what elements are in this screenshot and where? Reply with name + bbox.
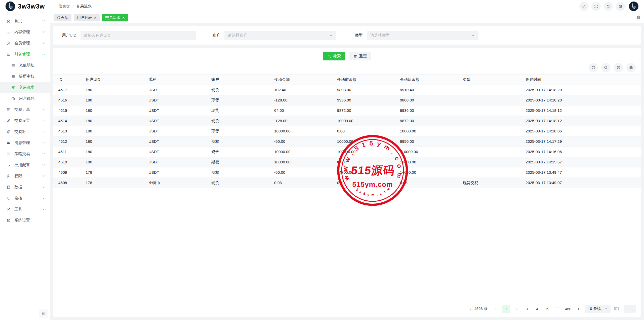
refresh-icon — [591, 65, 595, 70]
bars-icon — [7, 152, 11, 156]
column-header: 用户UID — [86, 75, 148, 85]
table-row[interactable]: 4608178比特币现货0.030.000.03现货交易2025-03-17 1… — [53, 178, 641, 188]
table-toolbar — [53, 60, 641, 74]
column-header: 账户 — [211, 75, 274, 85]
sidebar-item-strategy-trade[interactable]: 策略交易 — [0, 148, 50, 159]
chevron-down-icon — [471, 34, 475, 37]
prev-page-button[interactable]: ‹ — [492, 305, 500, 313]
app-title: 3w3w3w — [18, 3, 45, 10]
table-refresh-button[interactable] — [589, 63, 598, 72]
sidebar-item-trade-settings[interactable]: 交易设置 — [0, 115, 50, 126]
gear-button[interactable] — [616, 2, 625, 11]
breadcrumb-separator: / — [73, 4, 74, 9]
transactions-table: ID用户UID币种账户变动金额变动前余额变动后余额类型创建时间 4617180U… — [53, 74, 641, 188]
table-search-button[interactable] — [601, 63, 611, 72]
sidebar-item-user-wallet[interactable]: 用户钱包 — [0, 93, 50, 104]
sidebar-item-home[interactable]: 首页 — [0, 15, 50, 26]
table-row[interactable]: 4611180USDT资金10000.00100000.00110000.002… — [53, 147, 641, 157]
close-icon[interactable]: × — [122, 16, 125, 20]
tab-user-list[interactable]: 用户列表× — [74, 14, 100, 21]
chevron-down-icon — [42, 30, 45, 34]
page-size-select[interactable]: 10 条/页 — [585, 305, 611, 313]
column-header: ID — [53, 75, 86, 85]
tab-layout-button[interactable] — [636, 16, 640, 20]
sidebar-item-withdraw-audit[interactable]: 提币审核 — [0, 71, 50, 82]
trash-icon — [353, 54, 357, 58]
sidebar-item-finance-mgmt[interactable]: 财务管理 — [0, 49, 50, 60]
lines-icon — [11, 74, 15, 79]
page-button-460[interactable]: 460 — [564, 305, 572, 313]
uid-input[interactable] — [80, 31, 196, 40]
app-logo-icon — [6, 2, 15, 11]
sidebar-item-trade-orders[interactable]: 交易订单 — [0, 104, 50, 115]
page-button-4[interactable]: 4 — [533, 305, 541, 313]
logo-area[interactable]: 3w3w3w — [6, 2, 50, 11]
goto-label: 前往 — [614, 306, 621, 311]
table-row[interactable]: 4614180USDT现货-128.0010000.009872.002025-… — [53, 116, 641, 126]
table-row[interactable]: 4616180USDT现货-128.009936.009808.002025-0… — [53, 95, 641, 105]
chevron-down-icon — [604, 307, 608, 310]
table-row[interactable]: 4612180USDT期权-50.0010000.009950.002025-0… — [53, 136, 641, 147]
printer-icon — [616, 65, 621, 70]
grid-icon — [636, 16, 640, 20]
sidebar-item-content-mgmt[interactable]: 内容管理 — [0, 26, 50, 38]
user-icon — [7, 41, 11, 45]
next-page-button[interactable]: › — [575, 305, 583, 313]
avatar[interactable] — [629, 2, 638, 11]
bell-icon — [606, 4, 610, 9]
sidebar-item-message-mgmt[interactable]: 消息管理 — [0, 137, 50, 148]
sidebar-item-permission[interactable]: 权限 — [0, 170, 50, 182]
mail-icon — [7, 141, 11, 145]
bell-button[interactable] — [603, 2, 613, 11]
pagination-ellipsis[interactable]: ··· — [554, 305, 562, 313]
chevron-down-icon — [42, 141, 45, 145]
sidebar-item-member-mgmt[interactable]: 会员管理 — [0, 38, 50, 49]
page-button-2[interactable]: 2 — [512, 305, 520, 313]
page-button-3[interactable]: 3 — [523, 305, 531, 313]
table-gear-button[interactable] — [626, 63, 636, 72]
table-printer-button[interactable] — [614, 63, 623, 72]
gear-icon — [7, 218, 11, 223]
table-row[interactable]: 4610180USDT期权10000.000.0010000.002025-03… — [53, 157, 641, 167]
table-header-row: ID用户UID币种账户变动金额变动前余额变动后余额类型创建时间 — [53, 75, 641, 85]
search-button[interactable]: 搜索 — [323, 52, 345, 60]
filter-account-group: 账户 请选择账户 — [213, 31, 336, 40]
breadcrumb-dashboard[interactable]: 仪表盘 — [58, 4, 70, 9]
sidebar-item-tools[interactable]: 工具 — [0, 204, 50, 215]
tab-dashboard[interactable]: 仪表盘 — [54, 14, 71, 21]
tab-trade-flow[interactable]: 交易流水× — [102, 14, 128, 21]
column-header: 变动前余额 — [337, 75, 400, 85]
sidebar-item-recharge-detail[interactable]: 充值明细 — [0, 60, 50, 71]
data-icon — [7, 185, 11, 189]
fullscreen-icon — [594, 4, 598, 9]
sidebar-item-trade-pairs[interactable]: 交易对 — [0, 126, 50, 137]
sidebar-item-app-config[interactable]: 应用配置 — [0, 159, 50, 170]
filter-card: 用户UID 账户 请选择账户 类型 请选择类型 — [53, 26, 641, 45]
close-icon[interactable]: × — [94, 16, 96, 20]
page-button-5[interactable]: 5 — [543, 305, 551, 313]
table-row[interactable]: 4613180USDT现货10000.000.0010000.002025-03… — [53, 126, 641, 136]
account-select[interactable]: 请选择账户 — [224, 31, 336, 40]
sidebar-collapse-button[interactable] — [39, 309, 48, 318]
chevron-up-icon — [42, 52, 45, 56]
page-button-1[interactable]: 1 — [502, 305, 510, 313]
table-row[interactable]: 4615180USDT现货64.009872.009936.002025-03-… — [53, 105, 641, 116]
reset-button[interactable]: 重置 — [349, 52, 371, 60]
column-header: 创建时间 — [526, 75, 641, 85]
goto-page-input[interactable] — [624, 305, 636, 313]
chevron-down-icon — [42, 163, 45, 167]
type-select[interactable]: 请选择类型 — [367, 31, 478, 40]
sidebar-item-monitor[interactable]: 监控 — [0, 193, 50, 204]
table-row[interactable]: 4609178USDT期权-50.0014700.0014650.002025-… — [53, 167, 641, 178]
orders-icon — [7, 108, 11, 112]
chevron-down-icon — [329, 34, 333, 37]
fullscreen-button[interactable] — [591, 2, 601, 11]
tools-icon — [7, 207, 11, 211]
table-row[interactable]: 4617180USDT现货102.409808.009910.402025-03… — [53, 85, 641, 95]
sidebar-item-system-settings[interactable]: 系统设置 — [0, 215, 50, 226]
topbar-actions — [579, 2, 638, 11]
wrench-icon — [7, 119, 11, 123]
sidebar-item-trade-flow[interactable]: 交易流水 — [0, 82, 50, 93]
sidebar-item-data[interactable]: 数据 — [0, 182, 50, 193]
search-button[interactable] — [579, 2, 589, 11]
